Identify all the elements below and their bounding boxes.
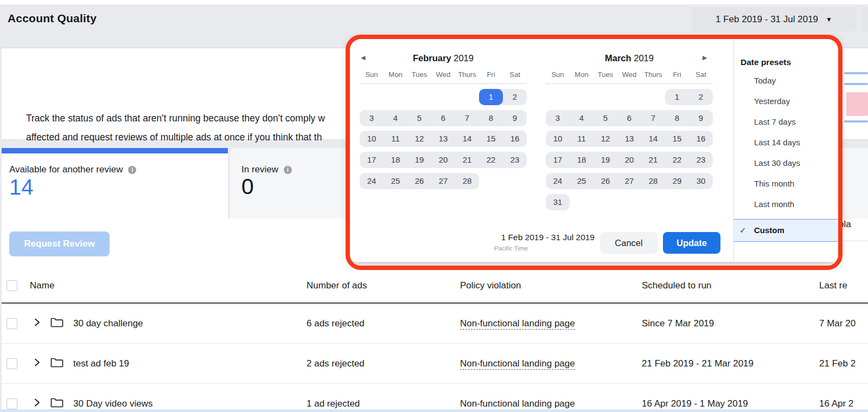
- calendar-day[interactable]: 21: [641, 152, 665, 168]
- calendar-day[interactable]: 11: [570, 131, 593, 147]
- table-row[interactable]: 30 day challenge6 ads rejectedNon-functi…: [2, 304, 868, 344]
- calendar-day[interactable]: 28: [641, 173, 665, 189]
- column-header-schedule[interactable]: Scheduled to run: [642, 280, 712, 291]
- calendar-day[interactable]: 24: [546, 173, 570, 189]
- calendar-day[interactable]: 2: [503, 89, 527, 105]
- chevron-right-icon[interactable]: [33, 358, 41, 369]
- calendar-day[interactable]: 2: [689, 89, 713, 105]
- select-all-checkbox[interactable]: [7, 280, 17, 291]
- preset-item-last-month[interactable]: Last month: [754, 199, 794, 209]
- row-checkbox[interactable]: [7, 358, 17, 369]
- calendar-day[interactable]: 26: [593, 173, 617, 189]
- calendar-day[interactable]: 20: [617, 152, 641, 168]
- bottom-scroll-strip[interactable]: [0, 409, 868, 412]
- calendar-day[interactable]: 11: [384, 131, 407, 147]
- calendar-day[interactable]: 28: [455, 173, 479, 189]
- calendar-day[interactable]: 23: [503, 152, 527, 168]
- calendar-day[interactable]: 20: [431, 152, 455, 168]
- violation-link-text[interactable]: Non-functional landing page: [460, 318, 575, 330]
- chevron-right-icon[interactable]: [33, 318, 41, 329]
- chevron-right-icon[interactable]: [33, 398, 41, 409]
- preset-item-last-14-days[interactable]: Last 14 days: [754, 138, 800, 147]
- calendar-day[interactable]: 8: [665, 110, 689, 126]
- calendar-day[interactable]: 4: [384, 110, 407, 126]
- calendar-day[interactable]: 6: [617, 110, 641, 126]
- calendar-day[interactable]: 3: [546, 110, 570, 126]
- calendar-day[interactable]: 15: [479, 131, 503, 147]
- row-checkbox[interactable]: [7, 398, 17, 409]
- calendar-day[interactable]: 10: [546, 131, 570, 147]
- violation-link-text[interactable]: Non-functional landing page: [460, 358, 575, 370]
- calendar-day[interactable]: 16: [689, 131, 713, 147]
- info-icon[interactable]: i: [128, 166, 136, 174]
- preset-item-custom[interactable]: ✓ Custom: [734, 219, 839, 242]
- tab-available-for-review[interactable]: Available for another review i 14: [2, 153, 228, 218]
- calendar-day[interactable]: 26: [407, 173, 431, 189]
- calendar-day[interactable]: 13: [431, 131, 455, 147]
- calendar-day[interactable]: 7: [455, 110, 479, 126]
- row-policy-violation-link[interactable]: Non-functional landing page: [460, 358, 575, 369]
- calendar-day[interactable]: 12: [407, 131, 431, 147]
- violation-link-text[interactable]: Non-functional landing page: [460, 398, 575, 410]
- calendar-day[interactable]: 30: [689, 173, 713, 189]
- calendar-day[interactable]: 5: [407, 110, 431, 126]
- calendar-day[interactable]: 14: [641, 131, 665, 147]
- preset-item-last-30-days[interactable]: Last 30 days: [754, 158, 800, 168]
- calendar-day[interactable]: 17: [546, 152, 570, 168]
- column-header-last-review[interactable]: Last re: [819, 280, 847, 291]
- table-row[interactable]: 30 Day video views1 ad rejectedNon-funct…: [2, 384, 868, 412]
- calendar-day[interactable]: 17: [360, 152, 384, 168]
- calendar-day[interactable]: 27: [617, 173, 641, 189]
- right-edge-divider: [843, 241, 868, 241]
- cancel-button[interactable]: Cancel: [600, 232, 658, 254]
- row-policy-violation-link[interactable]: Non-functional landing page: [460, 318, 575, 329]
- calendar-day[interactable]: 25: [570, 173, 593, 189]
- preset-item-yesterday[interactable]: Yesterday: [754, 96, 790, 106]
- calendar-day[interactable]: 22: [665, 152, 689, 168]
- calendar-day[interactable]: 14: [455, 131, 479, 147]
- calendar-day[interactable]: 31: [546, 194, 570, 210]
- update-button[interactable]: Update: [663, 232, 720, 254]
- preset-item-this-month[interactable]: This month: [754, 179, 794, 188]
- calendar-day[interactable]: 1: [479, 89, 503, 105]
- calendar-day[interactable]: 29: [665, 173, 689, 189]
- calendar-day[interactable]: 9: [503, 110, 527, 126]
- edge-button-sliver[interactable]: [863, 7, 868, 31]
- calendar-day[interactable]: 19: [593, 152, 617, 168]
- calendar-day[interactable]: 6: [431, 110, 455, 126]
- caret-down-icon: ▼: [826, 16, 832, 23]
- calendar-day[interactable]: 16: [503, 131, 527, 147]
- calendar-day[interactable]: 18: [570, 152, 593, 168]
- tab-inreview-count: 0: [241, 174, 254, 199]
- calendar-day[interactable]: 22: [479, 152, 503, 168]
- calendar-day[interactable]: 19: [407, 152, 431, 168]
- table-row[interactable]: test ad feb 192 ads rejectedNon-function…: [2, 344, 868, 384]
- column-header-ads[interactable]: Number of ads: [307, 280, 367, 291]
- column-header-name[interactable]: Name: [30, 280, 54, 291]
- calendar-day[interactable]: 12: [593, 131, 617, 147]
- calendar-day[interactable]: 4: [570, 110, 593, 126]
- calendar-day[interactable]: 27: [431, 173, 455, 189]
- calendar-day[interactable]: 21: [455, 152, 479, 168]
- info-icon[interactable]: i: [284, 166, 292, 174]
- calendar-day[interactable]: 7: [641, 110, 665, 126]
- date-range-button[interactable]: 1 Feb 2019 - 31 Jul 2019 ▼: [692, 7, 856, 31]
- column-header-violation[interactable]: Policy violation: [460, 280, 521, 291]
- calendar-day[interactable]: 3: [360, 110, 384, 126]
- calendar-day[interactable]: 1: [665, 89, 689, 105]
- row-checkbox[interactable]: [7, 318, 17, 329]
- calendar-day[interactable]: 10: [360, 131, 384, 147]
- calendar-day[interactable]: 13: [617, 131, 641, 147]
- calendar-day[interactable]: 23: [689, 152, 713, 168]
- calendar-day[interactable]: 9: [689, 110, 713, 126]
- calendar-day[interactable]: 18: [384, 152, 407, 168]
- calendar-day[interactable]: 8: [479, 110, 503, 126]
- calendar-day[interactable]: 24: [360, 173, 384, 189]
- calendar-day[interactable]: 25: [384, 173, 407, 189]
- calendar-day[interactable]: 5: [593, 110, 617, 126]
- preset-item-last-7-days[interactable]: Last 7 days: [754, 117, 796, 126]
- calendar-day[interactable]: 15: [665, 131, 689, 147]
- row-policy-violation-link[interactable]: Non-functional landing page: [460, 398, 575, 409]
- preset-item-today[interactable]: Today: [754, 76, 776, 85]
- request-review-button[interactable]: Request Review: [9, 231, 110, 256]
